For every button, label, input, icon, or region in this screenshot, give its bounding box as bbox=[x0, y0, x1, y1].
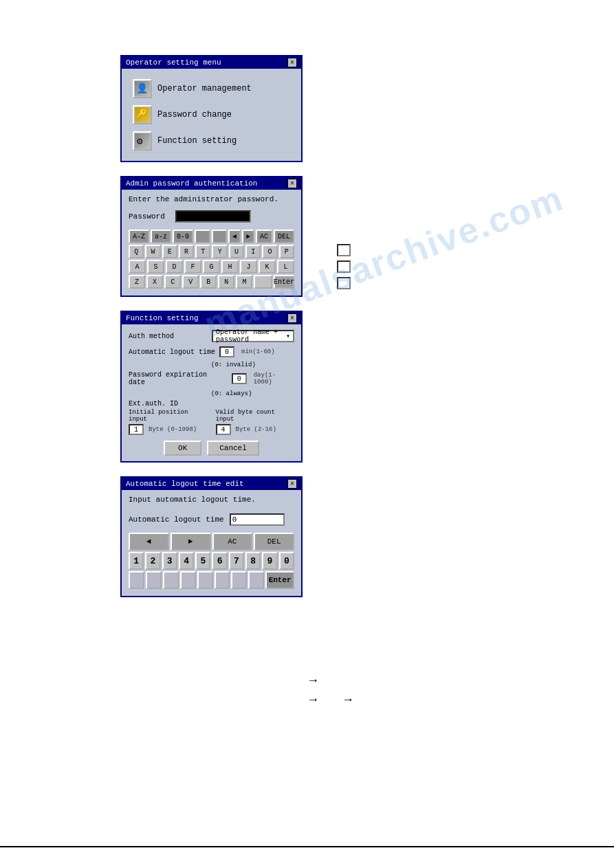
key-f[interactable]: F bbox=[184, 260, 201, 274]
ext-auth-inputs: Initial position input 1 Byte (0-1998) V… bbox=[129, 409, 294, 435]
key-d[interactable]: D bbox=[166, 260, 183, 274]
key-i[interactable]: I bbox=[245, 245, 261, 258]
key-t[interactable]: T bbox=[195, 245, 210, 258]
key-az-lower[interactable]: a-z bbox=[151, 230, 171, 243]
numpad-4[interactable]: 4 bbox=[179, 552, 194, 570]
key-space3[interactable] bbox=[254, 275, 272, 289]
numpad-empty6 bbox=[215, 571, 230, 589]
window1-close-button[interactable]: × bbox=[287, 58, 297, 67]
auto-logout-input[interactable]: 0 bbox=[219, 346, 234, 357]
valid-byte-input[interactable]: 4 bbox=[216, 424, 231, 435]
window2-subtitle: Enter the administrator password. bbox=[129, 195, 294, 203]
menu-label-operator-management: Operator management bbox=[157, 84, 252, 93]
key-del[interactable]: DEL bbox=[274, 230, 294, 243]
pw-expiry-range: day(1-1000) bbox=[254, 372, 294, 386]
key-j[interactable]: J bbox=[240, 260, 257, 274]
numpad-0[interactable]: 0 bbox=[279, 552, 294, 570]
key-k[interactable]: K bbox=[259, 260, 276, 274]
window2-close-button[interactable]: × bbox=[287, 179, 297, 188]
logout-field[interactable]: 0 bbox=[230, 513, 285, 526]
numpad-6[interactable]: 6 bbox=[212, 552, 227, 570]
ok-button[interactable]: OK bbox=[164, 441, 201, 456]
numpad-7[interactable]: 7 bbox=[229, 552, 244, 570]
pw-expiry-input[interactable]: 0 bbox=[232, 373, 247, 384]
init-pos-label: Initial position input bbox=[129, 409, 208, 423]
side-checkbox-3[interactable] bbox=[337, 277, 351, 289]
side-checkboxes bbox=[337, 244, 351, 289]
numpad-2[interactable]: 2 bbox=[145, 552, 160, 570]
auth-method-dropdown[interactable]: Operator name + password ▾ bbox=[212, 330, 294, 342]
key-z[interactable]: Z bbox=[129, 275, 145, 289]
password-label: Password bbox=[129, 212, 170, 221]
menu-label-password-change: Password change bbox=[157, 110, 232, 120]
numpad-empty7 bbox=[231, 571, 247, 589]
pw-expiry-section: Password expiration date 0 day(1-1000) (… bbox=[129, 371, 294, 397]
side-checkbox-2[interactable] bbox=[337, 260, 351, 273]
window3-close-button[interactable]: × bbox=[287, 313, 297, 323]
key-v[interactable]: V bbox=[182, 275, 199, 289]
key-u[interactable]: U bbox=[229, 245, 244, 258]
key-space1[interactable] bbox=[195, 230, 210, 243]
init-pos-input[interactable]: 1 bbox=[129, 424, 144, 435]
key-s[interactable]: S bbox=[147, 260, 164, 274]
key-x[interactable]: X bbox=[146, 275, 163, 289]
key-b[interactable]: B bbox=[200, 275, 217, 289]
key-ac[interactable]: AC bbox=[256, 230, 272, 243]
key-n[interactable]: N bbox=[218, 275, 234, 289]
menu-item-operator-management[interactable]: Operator management bbox=[130, 76, 293, 102]
key-left[interactable]: ◄ bbox=[228, 230, 241, 243]
numpad-1[interactable]: 1 bbox=[129, 552, 144, 570]
numpad-right[interactable]: ► bbox=[171, 533, 211, 550]
auth-method-row: Auth method Operator name + password ▾ bbox=[129, 330, 294, 342]
function-setting-window: Function setting × Auth method Operator … bbox=[120, 311, 303, 463]
menu-item-password-change[interactable]: Password change bbox=[130, 102, 293, 128]
numpad-5[interactable]: 5 bbox=[195, 552, 210, 570]
key-09[interactable]: 0-9 bbox=[173, 230, 193, 243]
keyboard-special-row: A-Z a-z 0-9 ◄ ► AC DEL bbox=[129, 230, 294, 243]
valid-byte-group: Valid byte count input 4 Byte (2-16) bbox=[216, 409, 295, 435]
function-setting-icon bbox=[133, 131, 152, 151]
numpad-empty3 bbox=[163, 571, 179, 589]
password-change-icon bbox=[133, 105, 152, 124]
auto-logout-range: min(1-60) bbox=[241, 348, 275, 355]
key-p[interactable]: P bbox=[279, 245, 294, 258]
key-h[interactable]: H bbox=[221, 260, 239, 274]
numpad-ac[interactable]: AC bbox=[212, 533, 253, 550]
auto-logout-label: Automatic logout time bbox=[129, 348, 215, 356]
arrow-right-2: → bbox=[309, 693, 317, 706]
key-o[interactable]: O bbox=[262, 245, 277, 258]
numpad-8[interactable]: 8 bbox=[245, 552, 261, 570]
key-q[interactable]: Q bbox=[129, 245, 144, 258]
key-right[interactable]: ► bbox=[242, 230, 254, 243]
cancel-button[interactable]: Cancel bbox=[207, 441, 259, 456]
numpad-9[interactable]: 9 bbox=[262, 552, 277, 570]
numpad-3[interactable]: 3 bbox=[162, 552, 177, 570]
key-az-upper[interactable]: A-Z bbox=[129, 230, 149, 243]
key-space2[interactable] bbox=[212, 230, 227, 243]
numpad-del[interactable]: DEL bbox=[254, 533, 294, 550]
key-y[interactable]: Y bbox=[212, 245, 227, 258]
window1-content: Operator management Password change Func… bbox=[122, 69, 301, 161]
key-c[interactable]: C bbox=[164, 275, 181, 289]
numpad-enter[interactable]: Enter bbox=[265, 571, 294, 589]
key-a[interactable]: A bbox=[129, 260, 146, 274]
menu-item-function-setting[interactable]: Function setting bbox=[130, 128, 293, 154]
key-l[interactable]: L bbox=[277, 260, 294, 274]
key-enter[interactable]: Enter bbox=[274, 275, 294, 289]
password-field[interactable] bbox=[175, 210, 251, 223]
side-checkbox-1[interactable] bbox=[337, 244, 351, 256]
numpad-ctrl-row: ◄ ► AC DEL bbox=[129, 533, 294, 550]
auto-logout-row: Automatic logout time 0 min(1-60) bbox=[129, 346, 294, 357]
key-w[interactable]: W bbox=[145, 245, 160, 258]
window4-close-button[interactable]: × bbox=[287, 479, 297, 489]
key-m[interactable]: M bbox=[236, 275, 252, 289]
key-r[interactable]: R bbox=[179, 245, 194, 258]
key-g[interactable]: G bbox=[203, 260, 220, 274]
window2-titlebar: Admin password authentication × bbox=[122, 177, 301, 190]
key-e[interactable]: E bbox=[162, 245, 177, 258]
arrow-right-3: → bbox=[344, 693, 352, 706]
numpad-empty4 bbox=[180, 571, 196, 589]
numpad-empty5 bbox=[197, 571, 213, 589]
auto-logout-section: Automatic logout time 0 min(1-60) (0: in… bbox=[129, 346, 294, 368]
numpad-left[interactable]: ◄ bbox=[129, 533, 169, 550]
